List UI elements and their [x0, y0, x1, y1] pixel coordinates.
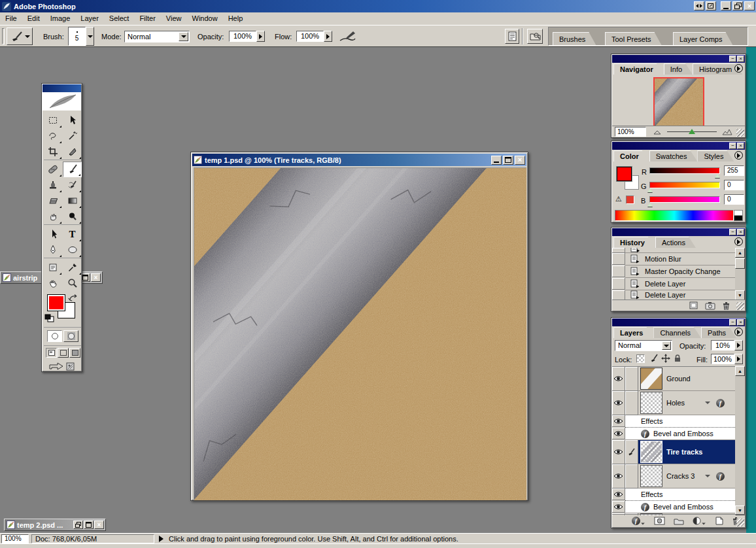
tab-actions[interactable]: Actions [655, 237, 696, 248]
palette-menu-button[interactable] [734, 64, 743, 73]
history-well[interactable] [612, 265, 625, 277]
effects-collapse-arrow[interactable] [705, 402, 710, 404]
zoom-in-button[interactable] [719, 127, 735, 137]
layer-row-ground[interactable]: Ground [612, 367, 736, 391]
scroll-down-button[interactable]: ▼ [735, 290, 745, 300]
visibility-toggle[interactable] [612, 428, 625, 439]
tool-slice[interactable] [63, 144, 82, 160]
tool-blur[interactable] [43, 209, 62, 224]
close-button[interactable]: × [744, 1, 755, 10]
tool-eraser[interactable] [43, 193, 62, 209]
layer-thumbnail[interactable] [640, 392, 662, 414]
layer-opacity-field[interactable]: 10% [711, 340, 734, 351]
status-zoom-field[interactable]: 100% [1, 534, 29, 543]
scroll-up-button[interactable]: ▲ [735, 366, 745, 376]
flow-slider-arrow[interactable] [324, 31, 332, 42]
maximize-button[interactable] [84, 521, 94, 529]
history-titlebar[interactable]: − × [612, 228, 745, 236]
navigator-titlebar[interactable]: − × [612, 55, 745, 63]
file-browser-toggle-button[interactable] [505, 29, 519, 44]
green-slider-thumb[interactable] [647, 188, 653, 192]
active-paint-indicator[interactable] [625, 440, 638, 464]
close-button[interactable]: × [515, 156, 525, 165]
layer-style-fx-icon[interactable]: f [716, 472, 725, 481]
link-well[interactable] [625, 391, 638, 415]
layers-titlebar[interactable]: − × [612, 318, 745, 326]
blue-value-field[interactable]: 0 [724, 194, 744, 205]
delete-button[interactable] [722, 301, 730, 310]
close-button[interactable]: × [737, 56, 744, 62]
mode-select[interactable]: Normal [124, 31, 190, 43]
tab-channels[interactable]: Channels [653, 327, 700, 338]
opacity-field[interactable]: 100% [229, 31, 256, 42]
blue-slider-track[interactable] [649, 196, 720, 203]
bevel-emboss-row[interactable]: f Bevel and Emboss [612, 428, 736, 440]
opacity-slider-arrow[interactable] [256, 31, 265, 42]
tab-styles[interactable]: Styles [697, 150, 734, 162]
menu-file[interactable]: File [0, 12, 22, 25]
zoom-out-button[interactable] [650, 127, 664, 137]
green-value-field[interactable]: 0 [724, 180, 744, 190]
tool-magic-wand[interactable] [63, 128, 82, 144]
link-well[interactable] [625, 367, 638, 391]
minimize-button[interactable]: − [729, 56, 736, 62]
history-well[interactable] [612, 290, 625, 300]
tool-gradient[interactable] [63, 193, 82, 209]
foreground-color-swatch[interactable] [47, 294, 65, 311]
red-value-field[interactable]: 255 [724, 165, 744, 176]
layer-thumbnail[interactable] [640, 465, 662, 487]
toolbox-titlebar[interactable] [43, 84, 81, 92]
navigator-zoom-slider-thumb[interactable] [689, 129, 695, 134]
layer-style-fx-icon[interactable]: f [716, 399, 725, 407]
tool-ellipse-shape[interactable] [63, 242, 82, 258]
history-well[interactable] [612, 248, 625, 253]
history-scrollbar[interactable]: ▲ ▼ [735, 248, 745, 300]
history-row[interactable]: Delete Layer [612, 278, 736, 290]
close-button[interactable]: × [737, 229, 744, 235]
close-button[interactable]: × [737, 143, 744, 149]
tab-swatches[interactable]: Swatches [649, 150, 698, 162]
resize-grip[interactable] [736, 519, 744, 526]
tool-dodge[interactable] [63, 209, 82, 224]
lock-position-icon[interactable] [661, 354, 670, 363]
minimize-button[interactable] [491, 156, 502, 165]
tab-navigator[interactable]: Navigator [613, 63, 664, 75]
history-row[interactable]: Motion Blur [612, 253, 736, 265]
toolbox-logo-button[interactable] [43, 92, 81, 111]
menu-view[interactable]: View [161, 12, 187, 25]
effects-collapse-arrow[interactable] [705, 475, 710, 477]
tool-history-brush[interactable] [63, 177, 82, 193]
red-slider-track[interactable] [649, 167, 720, 174]
lock-transparency-icon[interactable] [636, 354, 645, 363]
standard-mode-button[interactable] [47, 330, 62, 342]
tab-color[interactable]: Color [613, 150, 649, 162]
close-button[interactable]: × [94, 521, 104, 529]
new-layer-button[interactable] [715, 517, 723, 525]
maximize-button[interactable] [503, 156, 513, 165]
jump-to-imageready-button[interactable] [48, 361, 77, 371]
visibility-toggle[interactable] [612, 367, 625, 391]
red-slider-thumb[interactable] [715, 174, 720, 178]
mode-select-arrow[interactable] [179, 32, 188, 41]
new-adjustment-layer-button[interactable] [693, 517, 706, 525]
close-button[interactable]: × [91, 273, 101, 282]
tool-move[interactable] [63, 112, 82, 128]
visibility-toggle[interactable] [612, 501, 625, 513]
green-slider-track[interactable] [649, 182, 720, 188]
tool-notes[interactable] [43, 260, 62, 275]
tab-history[interactable]: History [613, 237, 655, 248]
menu-edit[interactable]: Edit [22, 12, 45, 25]
add-layer-style-button[interactable]: f [632, 517, 645, 525]
history-well[interactable] [612, 253, 625, 265]
blend-mode-select[interactable]: Normal [615, 340, 672, 351]
airbrush-icon[interactable] [339, 30, 356, 43]
layer-fill-arrow[interactable] [734, 354, 743, 364]
palette-menu-button[interactable] [734, 237, 743, 246]
visibility-toggle[interactable] [612, 391, 625, 415]
gamut-warning-icon[interactable]: ⚠ [615, 195, 622, 203]
layer-thumbnail[interactable] [640, 368, 662, 390]
layer-thumbnail[interactable] [640, 441, 662, 463]
tool-crop[interactable] [43, 144, 62, 160]
layers-scrollbar[interactable]: ▲ ▼ [735, 366, 745, 515]
tool-rectangular-marquee[interactable] [43, 112, 62, 128]
